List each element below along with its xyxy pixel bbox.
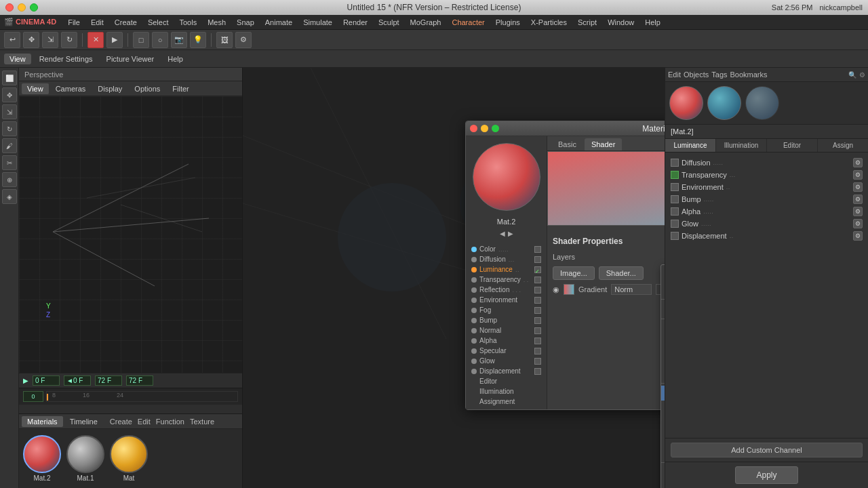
render-settings-tab[interactable]: Render Settings <box>34 54 98 64</box>
scale-icon[interactable]: ⇲ <box>2 104 17 119</box>
play-btn[interactable]: ▶ <box>106 32 123 48</box>
add-channel-btn[interactable]: Add Custom Channel <box>671 443 863 458</box>
rp-bump-btn[interactable]: ⚙ <box>853 195 863 204</box>
ctx-save-preset[interactable]: Save Preset... <box>661 282 665 297</box>
prop-glow[interactable]: Glow <box>469 356 544 366</box>
materials-tab[interactable]: Materials <box>22 416 63 427</box>
prop-editor[interactable]: Editor <box>469 376 544 386</box>
me-close-btn[interactable] <box>470 125 477 132</box>
mat-texture[interactable]: Texture <box>190 418 214 426</box>
prop-color-check[interactable] <box>534 246 541 253</box>
render-settings-btn[interactable]: ⚙ <box>235 32 252 48</box>
picture-viewer-tab[interactable]: Picture Viewer <box>101 54 160 64</box>
prop-normal[interactable]: Normal <box>469 325 544 336</box>
menu-xparticles[interactable]: X-Particles <box>526 17 572 28</box>
prop-norm-check[interactable] <box>534 327 541 334</box>
rp-env-btn[interactable]: ⚙ <box>853 182 863 192</box>
ctx-colorize[interactable]: Colorize <box>661 386 665 401</box>
menu-tools[interactable]: Tools <box>174 17 201 28</box>
rp-ch-displacement[interactable]: Displacement . . ⚙ <box>671 230 863 242</box>
shader-btn[interactable]: Shader... <box>599 266 644 280</box>
camera-btn[interactable]: 📷 <box>171 32 187 48</box>
ctx-noise[interactable]: Noise <box>661 366 665 381</box>
rp-ch-environment[interactable]: Environment . . ⚙ <box>671 181 863 193</box>
null-btn[interactable]: ○ <box>152 32 168 48</box>
scale-btn[interactable]: ⇲ <box>42 32 58 48</box>
endframe-input[interactable] <box>126 375 153 386</box>
rotate-icon[interactable]: ↻ <box>2 121 17 136</box>
close-button[interactable] <box>5 3 14 12</box>
move-btn[interactable]: ✥ <box>23 32 39 48</box>
ctx-fresnel[interactable]: Fresnel <box>661 336 665 351</box>
rp-disp-btn[interactable]: ⚙ <box>853 231 863 241</box>
mat-item-mat[interactable]: Mat <box>110 435 148 482</box>
rp-diff-btn[interactable]: ⚙ <box>853 158 863 167</box>
select-icon[interactable]: ⬜ <box>2 70 17 85</box>
rp-mat2-prev[interactable] <box>669 86 703 120</box>
fps-input[interactable] <box>95 375 122 386</box>
vtab-display[interactable]: Display <box>92 83 127 94</box>
rp-trans-check[interactable] <box>671 171 679 179</box>
menu-window[interactable]: Window <box>603 17 639 28</box>
vtab-cameras[interactable]: Cameras <box>50 83 92 94</box>
menu-help[interactable]: Help <box>640 17 665 28</box>
rp-diff-check[interactable] <box>671 159 679 167</box>
prop-diffusion[interactable]: Diffusion . . . <box>469 254 544 264</box>
rp-disp-check[interactable] <box>671 232 679 240</box>
menu-edit[interactable]: Edit <box>86 17 108 28</box>
menu-simulate[interactable]: Simulate <box>298 17 337 28</box>
prop-spec-check[interactable] <box>534 348 541 354</box>
me-expand-btn[interactable] <box>492 125 499 132</box>
view-tab[interactable]: View <box>4 54 31 64</box>
rp-tags-tab[interactable]: Tags <box>711 70 727 79</box>
mat-item-mat2[interactable]: Mat.2 <box>23 435 61 482</box>
prop-assignment[interactable]: Assignment <box>469 396 544 407</box>
prop-fog-check[interactable] <box>534 307 541 314</box>
me-tab-shader[interactable]: Shader <box>585 138 622 150</box>
object-btn[interactable]: □ <box>133 32 149 48</box>
prop-specular[interactable]: Specular <box>469 346 544 356</box>
rp-glow-check[interactable] <box>671 220 679 228</box>
paint-icon[interactable]: ◈ <box>2 189 17 204</box>
gradient-swatch[interactable] <box>564 284 574 295</box>
prop-diff-check[interactable] <box>534 256 541 263</box>
prop-bump[interactable]: Bump <box>469 315 544 325</box>
light-btn[interactable]: 💡 <box>190 32 206 48</box>
rp-edit-tab[interactable]: Edit <box>668 70 681 79</box>
mat-edit[interactable]: Edit <box>138 418 151 426</box>
rp-stab-illumination[interactable]: Illumination <box>716 139 767 152</box>
rp-ch-alpha[interactable]: Alpha . . . . . ⚙ <box>671 205 863 218</box>
gradient-type-input[interactable] <box>611 284 652 295</box>
nav-left[interactable]: ◀ <box>500 230 505 237</box>
undo-btn[interactable]: ↩ <box>4 32 20 48</box>
rp-stab-assign[interactable]: Assign <box>818 139 868 152</box>
ctx-filter[interactable]: Filter <box>661 401 665 415</box>
rp-bump-check[interactable] <box>671 195 679 203</box>
menu-render[interactable]: Render <box>338 17 372 28</box>
mat-create[interactable]: Create <box>110 418 132 426</box>
help-tab[interactable]: Help <box>162 54 189 64</box>
vtab-options[interactable]: Options <box>129 83 165 94</box>
menu-sculpt[interactable]: Sculpt <box>374 17 404 28</box>
stop-btn[interactable]: ✕ <box>87 32 104 48</box>
prop-transparency[interactable]: Transparency . . <box>469 274 544 285</box>
ctx-layer[interactable]: Layer <box>661 430 665 445</box>
apply-btn[interactable]: Apply <box>735 466 797 484</box>
menu-select[interactable]: Select <box>143 17 174 28</box>
nav-right[interactable]: ▶ <box>508 230 513 237</box>
prop-alpha-check[interactable] <box>534 338 541 344</box>
prop-alpha[interactable]: Alpha <box>469 336 544 346</box>
ctx-color[interactable]: Color <box>661 321 665 336</box>
ctx-effects[interactable]: Effects ▶ <box>661 465 665 480</box>
prop-env-check[interactable] <box>534 297 541 304</box>
prop-lum-check[interactable] <box>534 266 541 273</box>
rp-alpha-btn[interactable]: ⚙ <box>853 207 863 216</box>
rp-ch-glow[interactable]: Glow . . . . . ⚙ <box>671 218 863 230</box>
ctx-fusion[interactable]: Fusion <box>661 415 665 430</box>
ctx-mograph[interactable]: Mograph ▶ <box>661 480 665 488</box>
frame-input[interactable] <box>33 375 60 386</box>
prop-color[interactable]: Color . . . . . <box>469 244 544 254</box>
mat-item-mat1[interactable]: Mat.1 <box>66 435 104 482</box>
rp-ch-diffusion[interactable]: Diffusion . . . . . ⚙ <box>671 157 863 169</box>
prop-glow-check[interactable] <box>534 358 541 365</box>
